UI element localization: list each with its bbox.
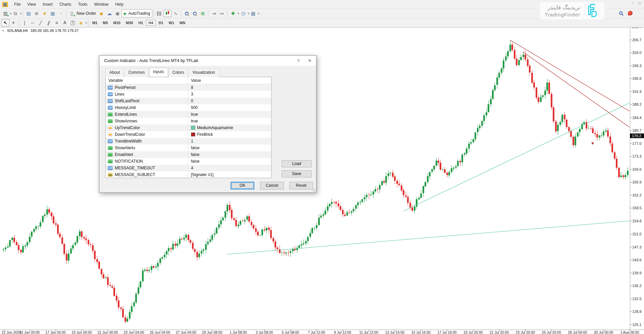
param-row[interactable]: 123Lines3 bbox=[106, 91, 271, 98]
new-order-label[interactable]: New Order bbox=[77, 11, 96, 16]
tab-colors[interactable]: Colors bbox=[168, 68, 188, 77]
profiles-button[interactable]: ⧉ bbox=[11, 10, 19, 17]
param-row[interactable]: ~ShowArrowstrue bbox=[106, 118, 271, 124]
param-value[interactable]: false bbox=[191, 159, 199, 164]
close-icon[interactable]: × bbox=[304, 56, 315, 65]
dialog-title-bar[interactable]: Custom Indicator - Auto TrendLines MT4 b… bbox=[99, 56, 316, 66]
tab-visualization[interactable]: Visualization bbox=[188, 68, 219, 77]
terminal-button[interactable]: ▦ bbox=[49, 10, 57, 17]
param-value[interactable]: 0 bbox=[191, 99, 193, 103]
save-button[interactable]: Save bbox=[282, 170, 312, 177]
fibonacci-tool-button[interactable]: ≡ bbox=[53, 19, 61, 26]
timeframe-d1[interactable]: D1 bbox=[156, 20, 166, 26]
tab-about[interactable]: About bbox=[105, 68, 124, 77]
price-chart-canvas[interactable] bbox=[0, 27, 644, 334]
param-row[interactable]: abMESSAGE_SUBJECT[Signaler #1] bbox=[106, 171, 271, 178]
param-row[interactable]: 123MESSAGE_TIMEOUT4 bbox=[106, 165, 271, 171]
search-icon[interactable] bbox=[619, 11, 623, 15]
reset-button[interactable]: Reset bbox=[289, 182, 313, 189]
param-value[interactable]: true bbox=[191, 112, 198, 117]
param-value[interactable]: 4 bbox=[191, 166, 193, 170]
menu-file[interactable]: File bbox=[11, 1, 24, 8]
text-label-tool-button[interactable]: T bbox=[69, 19, 77, 26]
restore-button[interactable]: □ bbox=[638, 1, 641, 5]
param-value[interactable]: false bbox=[191, 152, 199, 157]
templates-button[interactable]: ▩ bbox=[249, 10, 257, 17]
navigator-button[interactable]: ★ bbox=[41, 10, 49, 17]
timeframe-mn[interactable]: MN bbox=[177, 20, 188, 26]
market-watch-button[interactable]: ▤ bbox=[24, 10, 33, 17]
bar-chart-button[interactable] bbox=[155, 10, 163, 17]
param-row[interactable]: 123HistoryLimit500 bbox=[106, 104, 271, 111]
timeframe-m1[interactable]: M1 bbox=[90, 20, 100, 26]
channel-tool-button[interactable]: ∥ bbox=[45, 19, 53, 26]
templates-caret-icon[interactable]: ▾ bbox=[258, 12, 259, 15]
menu-tools[interactable]: Tools bbox=[75, 1, 91, 8]
param-value[interactable]: [Signaler #1] bbox=[191, 172, 213, 177]
news-button[interactable]: ◉ bbox=[113, 10, 121, 17]
line-chart-button[interactable]: ∿ bbox=[171, 10, 180, 17]
metaeditor-button[interactable]: ◆ bbox=[97, 10, 105, 17]
horizontal-line-tool-button[interactable]: ─ bbox=[29, 19, 37, 26]
vertical-line-tool-button[interactable]: | bbox=[20, 19, 29, 26]
indicators-button[interactable]: ✚ bbox=[229, 10, 237, 17]
minimize-button[interactable]: − bbox=[631, 1, 634, 5]
menu-charts[interactable]: Charts bbox=[56, 1, 75, 8]
data-window-button[interactable]: ⊕ bbox=[33, 10, 41, 17]
param-row[interactable]: 123TrendlineWidth1 bbox=[106, 138, 271, 145]
crosshair-tool-button[interactable]: + bbox=[9, 19, 17, 26]
profiles-caret-icon[interactable]: ▾ bbox=[20, 12, 21, 15]
autotrading-button[interactable]: ▶ AutoTrading bbox=[121, 9, 152, 17]
param-value[interactable]: MediumAquamarine bbox=[197, 125, 233, 130]
timeframe-h1[interactable]: H1 bbox=[136, 20, 145, 26]
menu-insert[interactable]: Insert bbox=[39, 1, 56, 8]
param-value[interactable]: 500 bbox=[191, 105, 198, 110]
help-button[interactable]: ? bbox=[293, 56, 304, 65]
tile-windows-button[interactable]: ⊞ bbox=[199, 10, 207, 17]
tab-common[interactable]: Common bbox=[124, 68, 149, 77]
param-value[interactable]: 1 bbox=[191, 139, 193, 144]
cursor-tool-button[interactable]: ↖ bbox=[1, 19, 9, 26]
arrows-tool-button[interactable]: ◈ bbox=[77, 19, 85, 26]
timeframe-m15[interactable]: M15 bbox=[111, 20, 123, 26]
timeframe-m5[interactable]: M5 bbox=[100, 20, 110, 26]
strategy-tester-button[interactable]: ◔ bbox=[57, 10, 65, 17]
param-value[interactable]: 3 bbox=[191, 92, 193, 97]
load-button[interactable]: Load bbox=[282, 160, 312, 167]
param-value[interactable]: false bbox=[191, 146, 199, 150]
zoom-out-button[interactable]: − bbox=[191, 10, 199, 17]
param-row[interactable]: DownTrendColorFireBrick bbox=[106, 131, 271, 138]
zoom-in-button[interactable]: + bbox=[183, 10, 191, 17]
param-value[interactable]: 8 bbox=[191, 85, 193, 90]
param-row[interactable]: ~EmailAlertfalse bbox=[106, 151, 271, 158]
param-value[interactable]: true bbox=[191, 119, 198, 123]
new-chart-button[interactable]: ▥ + bbox=[1, 10, 9, 17]
param-row[interactable]: UpTrendColorMediumAquamarine bbox=[106, 124, 271, 131]
periods-button[interactable]: ◷ bbox=[239, 10, 247, 17]
param-row[interactable]: ~ExtendLinestrue bbox=[106, 111, 271, 118]
new-order-button[interactable]: ▯ + bbox=[68, 10, 76, 17]
trendline-tool-button[interactable]: ╱ bbox=[37, 19, 45, 26]
symbol-dropdown-icon[interactable]: ▼ bbox=[2, 30, 4, 32]
timeframe-h4[interactable]: H4 bbox=[146, 20, 155, 26]
resize-grip[interactable] bbox=[312, 188, 315, 192]
candlestick-chart-button[interactable] bbox=[163, 10, 171, 17]
cancel-button[interactable]: Cancel bbox=[260, 182, 284, 189]
auto-scroll-button[interactable]: ⇥ bbox=[210, 10, 218, 17]
tab-inputs[interactable]: Inputs bbox=[149, 68, 168, 76]
expert-advisors-button[interactable]: ☁ bbox=[105, 10, 113, 17]
param-row[interactable]: ~ShowAlertsfalse bbox=[106, 145, 271, 151]
timeframe-w1[interactable]: W1 bbox=[166, 20, 177, 26]
param-row[interactable]: 123PivotPeriod8 bbox=[106, 84, 271, 91]
menu-window[interactable]: Window bbox=[91, 1, 112, 8]
param-value[interactable]: FireBrick bbox=[197, 132, 213, 137]
arrows-caret-icon[interactable]: ▾ bbox=[86, 21, 87, 24]
chart-shift-button[interactable]: ↦ bbox=[218, 10, 226, 17]
param-row[interactable]: ~NOTIFICATIONfalse bbox=[106, 158, 271, 165]
menu-help[interactable]: Help bbox=[112, 1, 127, 8]
ok-button[interactable]: OK bbox=[231, 182, 254, 189]
param-row[interactable]: 123ShiftLastPivot0 bbox=[106, 98, 271, 104]
text-tool-button[interactable]: A bbox=[61, 19, 69, 26]
menu-view[interactable]: View bbox=[24, 1, 39, 8]
alert-icon[interactable] bbox=[628, 11, 633, 15]
